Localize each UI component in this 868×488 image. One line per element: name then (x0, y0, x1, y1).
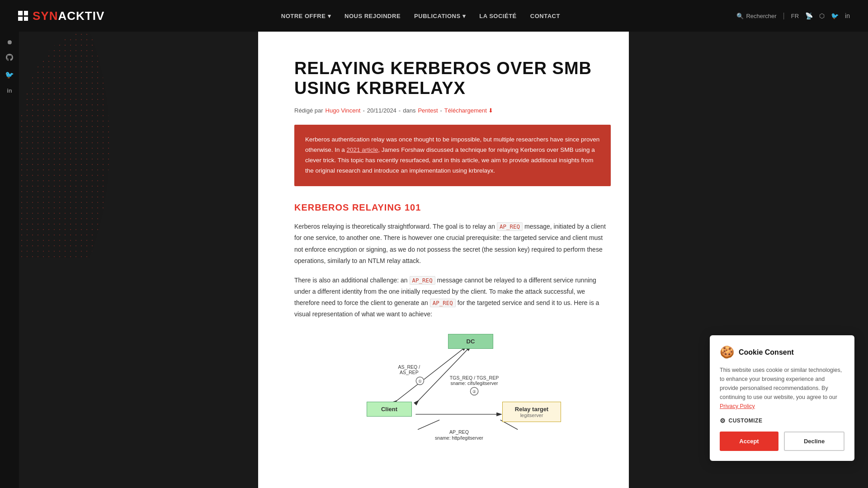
intro-link[interactable]: 2021 article (347, 146, 378, 153)
left-sidebar: ⏺ 🐦 in (0, 32, 19, 488)
customize-button[interactable]: ⚙ CUSTOMIZE (720, 417, 844, 424)
nav-item-publications[interactable]: PUBLICATIONS ▾ (414, 12, 466, 20)
github-icon-nav[interactable]: ⬡ (819, 12, 825, 19)
nav-item-rejoindre[interactable]: NOUS REJOINDRE (344, 12, 401, 20)
nav-item-offre[interactable]: NOTRE OFFRE ▾ (281, 12, 331, 20)
cookie-buttons: Accept Decline (720, 432, 844, 451)
article-body: Kerberos relaying is theoretically strai… (294, 221, 611, 320)
sidebar-rss-icon[interactable]: ⏺ (6, 38, 13, 46)
code-ap-req-3: AP_REQ (430, 299, 456, 307)
svg-text:①: ① (418, 379, 422, 383)
svg-line-0 (396, 347, 466, 401)
meta-prefix: Rédigé par (294, 107, 323, 114)
cookie-popup: 🍪 Cookie Consent This website uses cooki… (710, 335, 854, 461)
meta-author[interactable]: Hugo Vincent (326, 107, 361, 114)
logo-syn: SYN (33, 9, 58, 23)
nav-divider: | (783, 12, 785, 20)
meta-date: 20/11/2024 (367, 107, 396, 114)
logo[interactable]: SYNACKTIV (18, 9, 104, 23)
customize-label: CUSTOMIZE (729, 418, 763, 424)
meta-separator3: - (440, 107, 442, 114)
article-title: RELAYING KERBEROS OVER SMB USING KRBRELA… (294, 59, 611, 98)
bg-pattern (19, 32, 155, 258)
svg-line-1 (418, 347, 470, 401)
diagram-client-box: Client (367, 402, 412, 417)
accept-button[interactable]: Accept (720, 432, 778, 451)
svg-point-5 (416, 377, 424, 385)
download-icon: ⬇ (488, 107, 493, 114)
download-label: Téléchargement (444, 107, 487, 114)
nav-links: NOTRE OFFRE ▾ NOUS REJOINDRE PUBLICATION… (281, 12, 560, 20)
logo-grid-icon (18, 11, 28, 21)
code-ap-req-2: AP_REQ (410, 276, 435, 285)
diagram-svg: AS_REQ / AS_REP ① TGS_REQ / TGS_REP snam… (326, 334, 579, 447)
meta-category[interactable]: Pentest (418, 107, 438, 114)
intro-box: Kerberos authentication relay was once t… (294, 125, 611, 186)
nav-item-contact[interactable]: CONTACT (530, 12, 560, 20)
search-label: Rechercher (746, 13, 776, 19)
meta-separator2: - (399, 107, 401, 114)
svg-text:②: ② (472, 389, 476, 394)
svg-text:AS_REP: AS_REP (400, 370, 419, 375)
navbar: SYNACKTIV NOTRE OFFRE ▾ NOUS REJOINDRE P… (0, 0, 868, 32)
search-icon: 🔍 (736, 13, 744, 19)
code-ap-req-1: AP_REQ (497, 222, 523, 231)
nav-right: 🔍 Rechercher | FR 📡 ⬡ 🐦 in (736, 12, 850, 20)
diagram-relay-box: Relay target legitserver (502, 402, 561, 422)
cookie-body: This website uses cookie or similar tech… (720, 366, 844, 411)
language-selector[interactable]: FR (791, 13, 799, 19)
svg-text:sname: http/legitserver: sname: http/legitserver (435, 435, 483, 440)
svg-text:sname: cifs/legitserver: sname: cifs/legitserver (451, 380, 499, 386)
cookie-header: 🍪 Cookie Consent (720, 345, 844, 359)
svg-text:AS_REQ /: AS_REQ / (398, 364, 420, 370)
twitter-icon-nav[interactable]: 🐦 (831, 12, 839, 19)
decline-button[interactable]: Decline (784, 432, 844, 451)
logo-text: SYNACKTIV (33, 9, 104, 23)
article-meta: Rédigé par Hugo Vincent - 20/11/2024 - d… (294, 107, 611, 114)
sidebar-github-icon[interactable] (6, 54, 13, 62)
diagram-container: AS_REQ / AS_REP ① TGS_REQ / TGS_REP snam… (326, 334, 579, 447)
linkedin-icon-nav[interactable]: in (845, 12, 850, 19)
gear-icon: ⚙ (720, 417, 726, 424)
logo-acktiv: ACKTIV (58, 9, 104, 23)
cookie-title: Cookie Consent (739, 348, 794, 357)
article-content: RELAYING KERBEROS OVER SMB USING KRBRELA… (258, 32, 629, 488)
svg-point-9 (470, 387, 478, 395)
diagram-dc-box: DC (448, 334, 493, 349)
cookie-icon: 🍪 (720, 345, 734, 359)
nav-item-societe[interactable]: LA SOCIÉTÉ (479, 12, 517, 20)
svg-line-13 (418, 420, 439, 429)
rss-icon-nav[interactable]: 📡 (805, 12, 813, 19)
section1-title: KERBEROS RELAYING 101 (294, 202, 611, 213)
meta-separator1: - (363, 107, 364, 114)
meta-in-label: dans (403, 107, 415, 114)
body-paragraph-2: There is also an additional challenge: a… (294, 275, 611, 320)
sidebar-twitter-icon[interactable]: 🐦 (5, 70, 14, 79)
search-bar[interactable]: 🔍 Rechercher (736, 13, 776, 19)
sidebar-linkedin-icon[interactable]: in (7, 87, 12, 94)
meta-download[interactable]: Téléchargement ⬇ (444, 107, 494, 114)
body-paragraph-1: Kerberos relaying is theoretically strai… (294, 221, 611, 267)
privacy-link[interactable]: Privacy Policy (720, 403, 755, 409)
svg-text:AP_REQ: AP_REQ (449, 429, 469, 435)
svg-text:TGS_REQ / TGS_REP: TGS_REQ / TGS_REP (450, 375, 499, 380)
